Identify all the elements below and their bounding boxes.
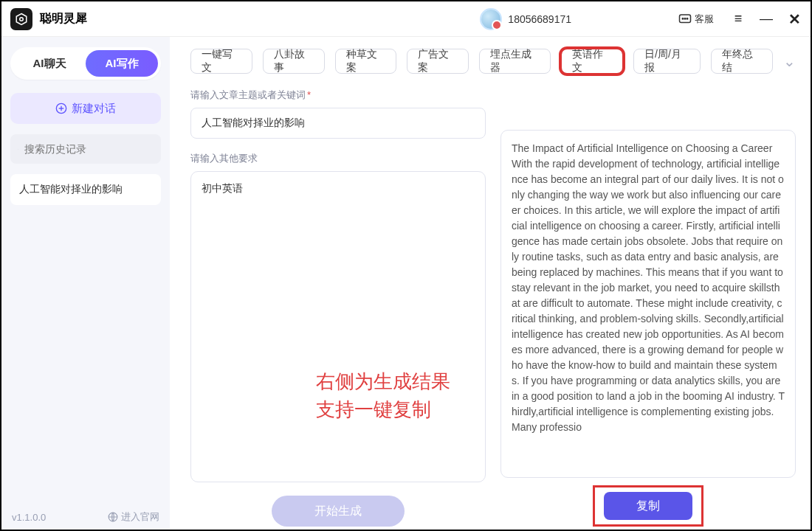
template-pill-5[interactable]: 英语作文: [561, 49, 623, 74]
template-pill-1[interactable]: 八卦故事: [263, 49, 325, 74]
svg-point-5: [687, 18, 688, 19]
search-field[interactable]: [24, 143, 154, 155]
close-icon[interactable]: ✕: [787, 10, 802, 28]
new-chat-label: 新建对话: [72, 102, 116, 116]
template-pill-3[interactable]: 广告文案: [407, 49, 469, 74]
svg-marker-0: [16, 13, 27, 24]
mode-toggle: AI聊天 AI写作: [10, 47, 161, 80]
svg-point-9: [18, 149, 18, 150]
customer-service-label: 客服: [695, 13, 714, 26]
extra-textarea[interactable]: [190, 171, 486, 482]
version-label: v1.1.0.0: [12, 512, 46, 523]
app-logo: [10, 8, 32, 30]
search-input[interactable]: [10, 134, 161, 164]
template-pill-0[interactable]: 一键写文: [190, 49, 252, 74]
tab-ai-chat[interactable]: AI聊天: [13, 50, 86, 77]
topic-field[interactable]: [202, 117, 475, 129]
tab-ai-write[interactable]: AI写作: [86, 50, 158, 77]
generate-button[interactable]: 开始生成: [272, 496, 405, 527]
chevron-down-icon[interactable]: ⌄: [783, 52, 796, 70]
template-pill-2[interactable]: 种草文案: [335, 49, 397, 74]
extra-label: 请输入其他要求: [190, 152, 486, 165]
template-pill-7[interactable]: 年终总结: [711, 49, 773, 74]
svg-point-4: [684, 18, 686, 19]
menu-icon[interactable]: ≡: [731, 11, 746, 27]
result-text: The Impact of Artificial Intelligence on…: [512, 141, 794, 476]
template-pill-4[interactable]: 埋点生成器: [479, 49, 551, 74]
template-pill-6[interactable]: 日/周/月报: [633, 49, 701, 74]
app-title: 聪明灵犀: [40, 11, 87, 27]
result-panel: The Impact of Artificial Intelligence on…: [500, 130, 796, 478]
topic-label: 请输入文章主题或者关键词*: [190, 88, 486, 102]
customer-service-button[interactable]: 客服: [675, 10, 718, 28]
svg-point-1: [20, 17, 24, 21]
topic-input[interactable]: [190, 108, 486, 139]
template-pill-row: 一键写文八卦故事种草文案广告文案埋点生成器英语作文日/周/月报年终总结⌄: [190, 49, 796, 74]
copy-button[interactable]: 复制: [604, 492, 692, 520]
enter-site-link[interactable]: 进入官网: [108, 510, 159, 524]
minimize-icon[interactable]: —: [759, 11, 774, 27]
avatar[interactable]: [481, 10, 500, 29]
new-chat-button[interactable]: 新建对话: [10, 93, 161, 124]
enter-site-label: 进入官网: [121, 510, 159, 524]
user-phone: 18056689171: [508, 13, 571, 25]
svg-point-3: [682, 18, 684, 19]
history-item[interactable]: 人工智能对择业的影响: [10, 174, 161, 205]
copy-highlight-box: 复制: [593, 485, 703, 527]
